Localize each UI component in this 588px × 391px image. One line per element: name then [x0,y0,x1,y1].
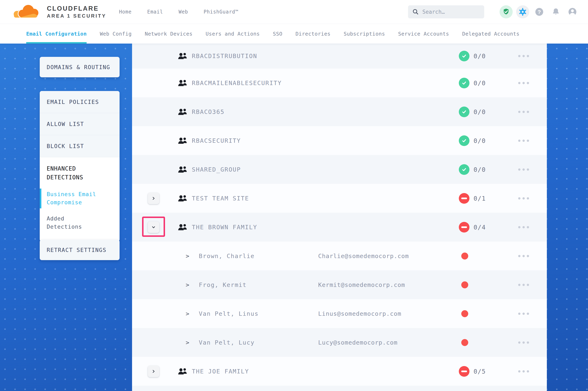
group-name: RBACDISTRUBUTION [192,53,257,60]
check-icon [461,80,467,86]
row-menu-button[interactable] [517,167,531,172]
tab-network-devices[interactable]: Network Devices [145,24,192,44]
search-box[interactable] [408,5,484,18]
search-input[interactable] [422,9,473,15]
row-menu-button[interactable] [517,369,531,374]
expand-button[interactable] [148,193,159,204]
status-badge [459,106,469,117]
member-name: Van Pelt, Linus [199,310,259,317]
notifications-bell-icon[interactable] [549,5,562,18]
main-area: DOMAINS & ROUTING EMAIL POLICIESALLOW LI… [0,44,588,391]
row-menu-button[interactable] [517,340,531,345]
table-row-group: RBACO365 0/0 [132,97,547,126]
member-name: Van Pelt, Lucy [199,339,255,346]
user-avatar-icon[interactable] [566,5,579,18]
chevron-icon [151,196,156,201]
group-icon [177,166,188,173]
sidebar-item-block-list[interactable]: BLOCK LIST [40,135,120,157]
sidebar-item-allow-list[interactable]: ALLOW LIST [40,113,120,135]
group-icon [177,108,188,116]
member-count: 0/0 [473,137,486,144]
sidebar-item-business-email-compromise[interactable]: Business Email Compromise [40,188,107,209]
tab-users-and-actions[interactable]: Users and Actions [206,24,260,44]
group-name: SHARED_GROUP [192,166,241,173]
help-question-icon[interactable]: ? [533,5,546,18]
member-chevron-icon[interactable]: > [186,310,189,317]
status-badge [459,222,469,232]
row-menu-button[interactable] [517,311,531,316]
member-count: 0/0 [473,108,486,115]
member-count: 0/1 [473,195,486,202]
table-row-group: THE BROWN FAMILY 0/4 [132,213,547,242]
table-row-group: RBACMAILENABLESECURITY 0/0 [132,69,547,97]
tab-web-config[interactable]: Web Config [100,24,132,44]
check-icon [461,138,467,144]
settings-gear-icon[interactable] [516,5,529,18]
group-icon [177,368,188,375]
sidebar-item-domains-routing[interactable]: DOMAINS & ROUTING [40,57,120,77]
member-count: 0/0 [473,166,486,173]
member-chevron-icon[interactable]: > [186,339,189,346]
row-menu-button[interactable] [517,53,531,59]
sidebar-item-added-detections[interactable]: Added Detections [40,212,107,234]
alert-dot [461,310,468,317]
group-icon [177,195,188,202]
tab-sso[interactable]: SSO [273,24,283,44]
row-menu-button[interactable] [517,109,531,114]
row-menu-button[interactable] [517,196,531,201]
nav-item-home[interactable]: Home [119,9,132,15]
status-badge [459,164,469,175]
primary-nav: HomeEmailWebPhishGuard™ [119,9,238,15]
table-row-group: THE JOE FAMILY 0/5 [132,357,547,386]
sidebar-card-retract: RETRACT SETTINGS [40,240,120,260]
group-name: RBACSECURITY [192,137,241,144]
minus-icon [461,371,467,372]
cloudflare-logo[interactable]: CLOUDFLARE AREA 1 SECURITY [11,3,106,21]
check-icon [461,167,467,173]
table-row-member: > Van Pelt, Linus Linus@somedemocorp.com [132,299,547,328]
tab-subscriptions[interactable]: Subscriptions [344,24,385,44]
group-name: THE BROWN FAMILY [192,224,257,231]
group-name: RBACO365 [192,108,225,115]
row-menu-button[interactable] [517,282,531,288]
enhanced-detections-title: ENHANCED DETECTIONS [40,164,107,182]
member-count: 0/0 [473,79,486,87]
member-count: 0/4 [473,223,486,231]
group-name: TEST TEAM SITE [192,195,249,202]
member-chevron-icon[interactable]: > [186,253,189,260]
app-header: CLOUDFLARE AREA 1 SECURITY HomeEmailWebP… [0,0,588,24]
group-icon [177,223,188,231]
check-icon [461,53,467,59]
table-row-member: > Brown, Charlie Charlie@somedemocorp.co… [132,242,547,270]
shield-check-icon[interactable] [500,5,513,18]
alert-dot [461,253,468,260]
nav-item-email[interactable]: Email [147,9,163,15]
cloudflare-cloud-icon [11,3,44,21]
nav-item-phishguard[interactable]: PhishGuard™ [204,9,239,15]
row-menu-button[interactable] [517,224,531,230]
sidebar-item-retract-settings[interactable]: RETRACT SETTINGS [40,240,120,260]
tab-directories[interactable]: Directories [295,24,330,44]
nav-item-web[interactable]: Web [178,9,188,15]
enhanced-detections-section: ENHANCED DETECTIONS Business Email Compr… [40,157,120,241]
expand-button[interactable] [148,366,159,377]
tab-service-accounts[interactable]: Service Accounts [398,24,449,44]
tab-email-configuration[interactable]: Email Configuration [26,24,87,44]
member-chevron-icon[interactable]: > [186,281,189,288]
sidebar-item-email-policies[interactable]: EMAIL POLICIES [40,91,120,113]
group-icon [177,79,188,87]
chevron-icon [151,225,156,229]
row-menu-button[interactable] [517,138,531,143]
tab-delegated-accounts[interactable]: Delegated Accounts [462,24,519,44]
table-row-group: RBACSECURITY 0/0 [132,126,547,155]
table-row-member: > Van Pelt, Lucy Lucy@somedemocorp.com [132,328,547,357]
row-menu-button[interactable] [517,253,531,259]
next-row-partial [132,386,547,391]
row-menu-button[interactable] [517,80,531,86]
collapse-button[interactable] [148,221,159,233]
member-email: Linus@somedemocorp.com [318,310,401,317]
member-name: Brown, Charlie [199,253,255,260]
search-icon [412,8,419,15]
brand-subtitle: AREA 1 SECURITY [47,13,106,19]
check-icon [461,109,467,115]
